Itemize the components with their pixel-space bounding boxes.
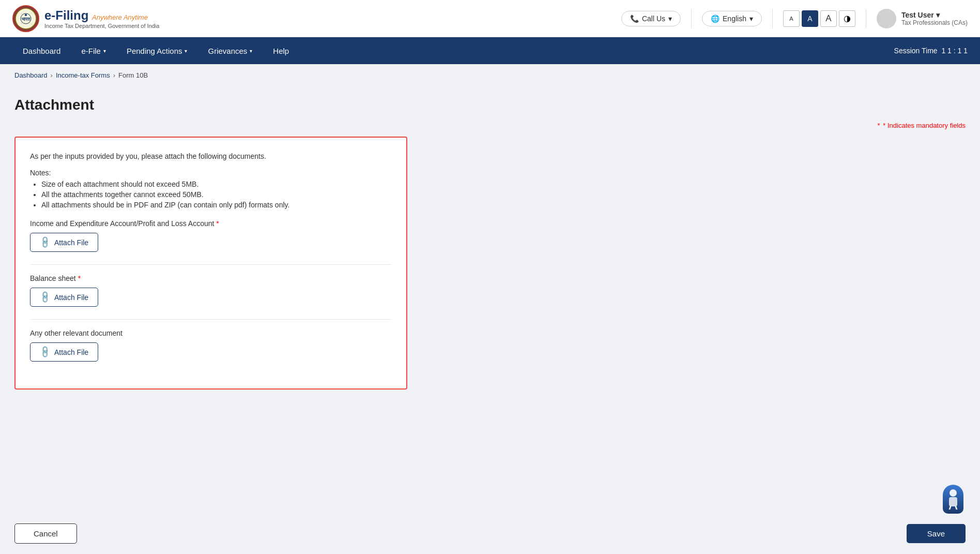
govt-emblem: भारत [12,5,39,32]
divider2 [772,9,773,28]
paperclip-icon-1: 🔗 [38,235,52,250]
nav-help[interactable]: Help [263,37,299,64]
attach-file-button-3[interactable]: 🔗 Attach File [30,342,98,362]
nav-pending-actions[interactable]: Pending Actions ▾ [116,37,198,64]
svg-text:भारत: भारत [22,17,30,22]
phone-icon: 📞 [630,14,639,23]
note-2: All the attachments together cannot exce… [41,190,392,199]
svg-line-7 [956,506,957,510]
required-marker-1: * [216,219,219,228]
user-area[interactable]: Test User ▾ Tax Professionals (CAs) [877,9,968,28]
breadcrumb: Dashboard › Income-tax Forms › Form 10B [0,64,980,86]
brand-name: e-Filing Anywhere Anytime [44,8,159,23]
font-normal-button[interactable]: A [802,10,818,27]
divider3 [866,9,866,28]
paperclip-icon-3: 🔗 [38,345,52,360]
nav-efile[interactable]: e-File ▾ [71,37,116,64]
top-header: भारत e-Filing Anywhere Anytime Income Ta… [0,0,980,37]
svg-line-6 [950,506,951,510]
field-label-3: Any other relevant document [30,329,392,337]
field-label-2: Balance sheet * [30,274,392,282]
required-marker-2: * [78,274,81,282]
paperclip-icon-2: 🔗 [38,290,52,305]
call-us-button[interactable]: 📞 Call Us ▾ [621,11,681,26]
language-button[interactable]: 🌐 English ▾ [702,11,762,26]
svg-point-4 [950,489,957,497]
chatbot-figure [943,485,963,514]
font-controls: A A A ◑ [783,10,855,27]
user-role: Tax Professionals (CAs) [901,19,968,26]
page-title: Attachment [14,97,966,113]
efile-chevron: ▾ [103,48,106,54]
notes-title: Notes: [30,169,392,177]
call-us-chevron: ▾ [668,14,672,23]
contrast-icon: ◑ [844,13,851,23]
main-nav: Dashboard e-File ▾ Pending Actions ▾ Gri… [0,37,980,64]
header-right: 📞 Call Us ▾ 🌐 English ▾ A A A ◑ Test Use… [621,9,968,28]
font-decrease-button[interactable]: A [783,10,800,27]
field-divider-1 [30,264,392,265]
notes-section: Notes: Size of each attachment should no… [30,169,392,209]
brand-subtitle: Income Tax Department, Government of Ind… [44,23,159,29]
contrast-button[interactable]: ◑ [839,10,855,27]
session-time: Session Time 1 1 : 1 1 [894,47,968,55]
logo-area: भारत e-Filing Anywhere Anytime Income Ta… [12,5,159,32]
logo-text: e-Filing Anywhere Anytime Income Tax Dep… [44,8,159,29]
field-balance-sheet: Balance sheet * 🔗 Attach File [30,274,392,307]
user-avatar [877,9,896,28]
main-content: Attachment * * Indicates mandatory field… [0,86,980,421]
nav-grievances[interactable]: Grievances ▾ [197,37,263,64]
mandatory-note: * * Indicates mandatory fields [14,122,966,129]
svg-point-3 [25,14,27,16]
field-divider-2 [30,319,392,320]
note-1: Size of each attachment should not excee… [41,180,392,188]
notes-list: Size of each attachment should not excee… [30,180,392,209]
user-name-text: Test User [901,11,934,19]
grievances-chevron: ▾ [250,48,252,54]
chatbot[interactable] [943,485,968,518]
svg-rect-5 [949,497,957,506]
breadcrumb-dashboard[interactable]: Dashboard [14,71,48,79]
save-button[interactable]: Save [907,524,966,543]
user-chevron: ▾ [936,11,940,19]
globe-icon: 🌐 [711,14,719,23]
language-label: English [723,14,746,23]
divider [691,9,692,28]
breadcrumb-sep1: › [51,71,53,79]
user-name: Test User ▾ [901,11,968,19]
lang-chevron: ▾ [749,14,753,23]
brand-tagline: Anywhere Anytime [92,13,148,21]
instruction-text: As per the inputs provided by you, pleas… [30,152,392,160]
breadcrumb-current: Form 10B [118,71,148,79]
note-3: All attachments should be in PDF and ZIP… [41,201,392,209]
nav-dashboard[interactable]: Dashboard [12,37,71,64]
user-info: Test User ▾ Tax Professionals (CAs) [901,11,968,26]
nav-items: Dashboard e-File ▾ Pending Actions ▾ Gri… [12,37,299,64]
breadcrumb-sep2: › [113,71,115,79]
attachment-form-card: As per the inputs provided by you, pleas… [14,137,407,390]
field-label-1: Income and Expenditure Account/Profit an… [30,219,392,228]
field-other-document: Any other relevant document 🔗 Attach Fil… [30,329,392,362]
font-increase-button[interactable]: A [820,10,837,27]
field-income-expenditure: Income and Expenditure Account/Profit an… [30,219,392,252]
footer-actions: Cancel Save [0,513,980,554]
attach-file-button-2[interactable]: 🔗 Attach File [30,288,98,307]
attach-file-button-1[interactable]: 🔗 Attach File [30,233,98,252]
pending-chevron: ▾ [185,48,187,54]
call-us-label: Call Us [642,14,665,23]
breadcrumb-forms[interactable]: Income-tax Forms [56,71,110,79]
cancel-button[interactable]: Cancel [14,523,77,544]
